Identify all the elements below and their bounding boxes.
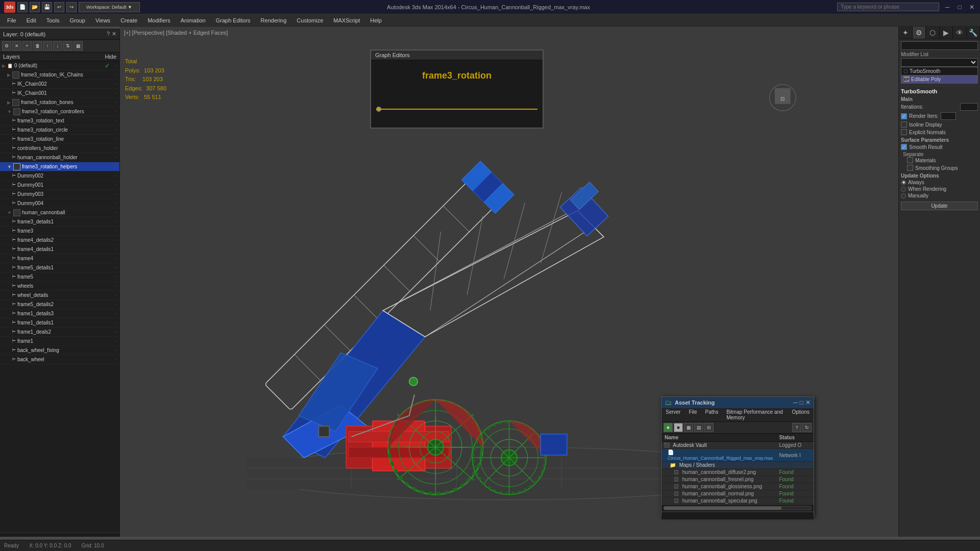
at-horizontal-scrollbar[interactable] — [664, 506, 812, 510]
at-btn2[interactable]: ■ — [674, 423, 683, 432]
layer-item[interactable]: ⊢ frame5_details2 ··· — [0, 300, 119, 309]
layer-item[interactable]: ⊢ frame3_rotation_line ··· — [0, 135, 119, 144]
menu-rendering[interactable]: Rendering — [256, 16, 292, 24]
at-row-map3[interactable]: 🖼 human_cannonball_glossiness.png Found — [662, 483, 814, 490]
layer-item[interactable]: ⊢ frame4_details1 ··· — [0, 245, 119, 254]
layer-item[interactable]: ⊢ frame4_details2 ··· — [0, 236, 119, 245]
layer-item[interactable]: ⊢ frame1 ··· — [0, 337, 119, 346]
layers-scrollbar[interactable] — [0, 533, 119, 537]
layer-item[interactable]: ⊢ frame3_rotation_text ··· — [0, 116, 119, 126]
at-row-vault[interactable]: ⬛ Autodesk Vault Logged O — [662, 442, 814, 449]
at-maximize-btn[interactable]: □ — [800, 399, 803, 406]
layer-item[interactable]: ⊢ Dummy003 ··· — [0, 190, 119, 199]
at-btn3[interactable]: ▦ — [684, 423, 693, 432]
menu-views[interactable]: Views — [90, 16, 115, 24]
layers-add-btn[interactable]: + — [22, 41, 32, 51]
layer-item[interactable]: ▶ 📋 0 (default) ✓ ··· — [0, 61, 119, 70]
modifier-item-turbosmooth[interactable]: ⬡ TurboSmooth — [901, 67, 977, 75]
search-input[interactable] — [837, 3, 939, 11]
smooth-result-checkbox[interactable]: ✓ — [901, 144, 907, 150]
layer-item[interactable]: ⊢ back_wheel_fixing ··· — [0, 346, 119, 355]
modifier-name-input[interactable]: frame5 — [901, 41, 978, 50]
layer-item[interactable]: ⊢ frame1_details3 ··· — [0, 309, 119, 318]
maximize-btn[interactable]: □ — [955, 3, 964, 11]
isoline-checkbox[interactable] — [901, 121, 907, 128]
render-iters-input[interactable]: 2 — [941, 112, 956, 120]
layer-checkbox[interactable] — [13, 108, 20, 115]
layer-item[interactable]: ⊢ wheels ··· — [0, 282, 119, 291]
minimize-btn[interactable]: ─ — [943, 3, 951, 11]
modifier-item-editablepoly[interactable]: EP Editable Poly — [901, 75, 977, 83]
layer-item[interactable]: ⊢ frame5 ··· — [0, 272, 119, 282]
materials-checkbox[interactable] — [907, 157, 913, 163]
menu-graph-editors[interactable]: Graph Editors — [211, 16, 256, 24]
at-row-map1[interactable]: 🖼 human_cannonball_diffuse2.png Found — [662, 469, 814, 476]
layers-close2-btn[interactable]: ✕ — [12, 41, 21, 51]
menu-customize[interactable]: Customize — [291, 16, 328, 24]
layer-item[interactable]: ⊢ wheel_details ··· — [0, 291, 119, 300]
layer-item[interactable]: ⊢ IK_Chain001 ··· — [0, 89, 119, 98]
at-close-btn[interactable]: ✕ — [805, 399, 811, 406]
iterations-input[interactable]: 0 — [960, 103, 978, 111]
at-btn1[interactable]: ■ — [664, 423, 673, 432]
at-btn4[interactable]: ▤ — [694, 423, 703, 432]
layer-item[interactable]: ⊢ frame3_details1 ··· — [0, 217, 119, 227]
tab-motion[interactable]: ▶ — [940, 27, 953, 39]
at-menu-server[interactable]: Server — [662, 408, 684, 421]
tab-display[interactable]: 👁 — [953, 27, 967, 39]
at-menu-options[interactable]: Options — [788, 408, 814, 421]
open-btn[interactable]: 📂 — [30, 2, 40, 12]
layer-item[interactable]: ⊢ frame4 ··· — [0, 254, 119, 263]
when-rendering-radio[interactable] — [901, 187, 906, 192]
at-minimize-btn[interactable]: ─ — [793, 399, 798, 406]
layers-help-btn[interactable]: ? — [107, 31, 110, 37]
layer-item[interactable]: ⊢ frame1_deals2 ··· — [0, 328, 119, 337]
smoothing-groups-checkbox[interactable] — [907, 165, 913, 171]
layer-item[interactable]: ⊢ controllers_holder ··· — [0, 144, 119, 153]
layer-item[interactable]: ⊢ Dummy002 ··· — [0, 171, 119, 181]
at-row-file[interactable]: 📄 Circus_Human_Cannonball_Rigged_max_vra… — [662, 449, 814, 462]
at-row-maps-folder[interactable]: 📁 Maps / Shaders — [662, 462, 814, 469]
update-button[interactable]: Update — [901, 202, 978, 210]
at-status-input[interactable] — [662, 512, 814, 519]
undo-btn[interactable]: ↩ — [54, 2, 64, 12]
at-refresh-btn[interactable]: ↻ — [802, 423, 812, 432]
close-btn[interactable]: ✕ — [968, 3, 976, 11]
manually-radio[interactable] — [901, 193, 906, 198]
layers-delete-btn[interactable]: 🗑 — [33, 41, 42, 51]
layer-item[interactable]: ⊢ frame1_details1 ··· — [0, 318, 119, 328]
layer-item[interactable]: ▶ frame3_rotation_bones ··· — [0, 98, 119, 107]
tab-modify[interactable]: ⚙ — [913, 27, 926, 39]
layer-item[interactable]: ▶ frame3_rotation_IK_Chains ··· — [0, 70, 119, 80]
layers-filter-btn[interactable]: ▦ — [74, 41, 83, 51]
layers-settings-btn[interactable]: ⚙ — [2, 41, 11, 51]
layer-checkbox[interactable] — [12, 99, 19, 106]
layer-checkbox[interactable] — [12, 71, 19, 79]
layer-item[interactable]: ⊢ Dummy001 ··· — [0, 181, 119, 190]
menu-create[interactable]: Create — [115, 16, 142, 24]
at-menu-file[interactable]: File — [684, 408, 701, 421]
layer-checkbox[interactable] — [13, 163, 20, 170]
layer-item[interactable]: ⊢ human_cannonball_holder ··· — [0, 153, 119, 162]
layer-item[interactable]: ▼ human_cannonball ··· — [0, 208, 119, 217]
always-radio[interactable] — [901, 180, 906, 185]
layer-item[interactable]: ⊢ frame3_rotation_circle ··· — [0, 126, 119, 135]
tab-create[interactable]: ✦ — [899, 27, 913, 39]
layers-down-btn[interactable]: ↓ — [53, 41, 62, 51]
tab-hierarchy[interactable]: ⬡ — [926, 27, 940, 39]
menu-modifiers[interactable]: Modifiers — [142, 16, 176, 24]
explicit-normals-checkbox[interactable] — [901, 129, 907, 135]
at-help-btn[interactable]: ? — [792, 423, 801, 432]
render-iters-checkbox[interactable]: ✓ — [901, 113, 907, 119]
menu-edit[interactable]: Edit — [21, 16, 41, 24]
layer-item[interactable]: ▼ frame3_rotation_controllers ··· — [0, 107, 119, 116]
at-btn5[interactable]: ⊟ — [704, 423, 714, 432]
at-menu-bitmap[interactable]: Bitmap Performance and Memory — [722, 408, 788, 421]
menu-file[interactable]: File — [2, 16, 21, 24]
layer-item[interactable]: ⊢ IK_Chain002 ··· — [0, 80, 119, 89]
layer-item[interactable]: ⊢ back_wheel ··· — [0, 355, 119, 364]
at-menu-paths[interactable]: Paths — [701, 408, 723, 421]
layers-sort-btn[interactable]: ⇅ — [63, 41, 72, 51]
menu-tools[interactable]: Tools — [41, 16, 65, 24]
at-row-map5[interactable]: 🖼 human_cannonball_specular.png Found — [662, 497, 814, 505]
